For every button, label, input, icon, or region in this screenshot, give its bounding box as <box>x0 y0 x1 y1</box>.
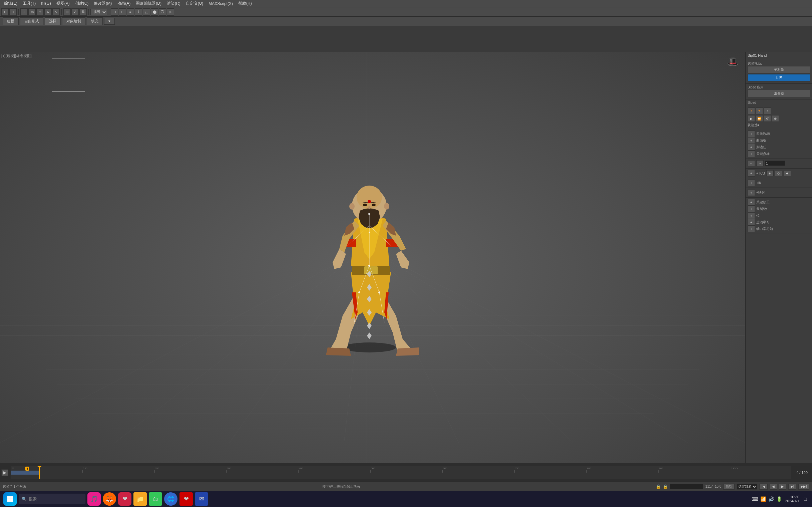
quad-expand-btn[interactable]: + <box>748 130 755 137</box>
pos-expand-btn[interactable]: + <box>748 212 755 219</box>
tab-object-paint[interactable]: 对象绘制 <box>62 17 85 25</box>
schematic-btn[interactable]: ⬚ <box>143 8 150 16</box>
tcb-mode1[interactable]: ◈ <box>766 170 774 176</box>
undo-btn[interactable]: ↩ <box>1 8 9 16</box>
tab-freeform[interactable]: 自由形式 <box>20 17 43 25</box>
taskbar-app-fox2[interactable]: 🌐 <box>164 492 178 506</box>
biped-jump-btn[interactable]: ↑ <box>764 108 771 114</box>
biped-mode2-btn[interactable]: ⏩ <box>756 115 763 122</box>
dynamics-expand-btn[interactable]: + <box>748 226 755 232</box>
systray-network[interactable]: 📶 <box>760 496 766 502</box>
motion-expand-btn[interactable]: + <box>748 219 755 226</box>
keyframe-expand-btn[interactable]: + <box>748 151 755 157</box>
menu-help[interactable]: 帮助(H) <box>236 0 255 7</box>
clock-date: 2024/1/1 <box>785 499 799 503</box>
select-region-btn[interactable]: ▭ <box>28 8 36 16</box>
auto-key-btn[interactable]: 自动 <box>723 484 735 490</box>
taskbar-app-store[interactable]: 🗂 <box>149 492 162 506</box>
timeline-track[interactable]: 0 10 20 30 40 50 60 70 80 90 100 <box>11 466 791 479</box>
ik-expand-btn[interactable]: + <box>748 180 755 186</box>
menu-group[interactable]: 组(G) <box>38 0 53 7</box>
menu-render[interactable]: 渲染(R) <box>164 0 183 7</box>
biped-label-section: Biped <box>746 100 812 106</box>
apply-btn[interactable]: 世界 <box>748 74 810 81</box>
close-expand-btn[interactable]: + <box>748 199 755 206</box>
menu-maxscript[interactable]: MAXScript(X) <box>206 1 236 7</box>
rotate-btn[interactable]: ↻ <box>44 8 52 16</box>
biped-walk-btn[interactable]: 🚶 <box>748 108 755 114</box>
biped-mode1-btn[interactable]: ▶ <box>748 115 755 122</box>
material-editor-btn[interactable]: ⬤ <box>151 8 158 16</box>
select-filter-dropdown[interactable]: 选定对象 <box>737 484 757 490</box>
tcb-mode2[interactable]: ◇ <box>775 170 782 176</box>
next-key-btn[interactable]: ▶| <box>788 484 797 490</box>
svg-point-43 <box>369 232 370 233</box>
menu-tools[interactable]: 工具(T) <box>20 0 38 7</box>
layer-btn[interactable]: ≡ <box>127 8 134 16</box>
show-desktop-btn[interactable]: □ <box>802 496 809 502</box>
taskbar-search-box[interactable]: 🔍 搜索 <box>19 494 85 504</box>
menu-graph-editor[interactable]: 图形编辑器(D) <box>133 0 164 7</box>
redo-btn[interactable]: ↪ <box>9 8 17 16</box>
systray-battery[interactable]: 🔋 <box>775 496 782 502</box>
coords-input[interactable] <box>670 484 703 489</box>
render-setup-btn[interactable]: 🖵 <box>159 8 166 16</box>
snap-toggle-btn[interactable]: ⊞ <box>63 8 71 16</box>
scale-btn[interactable]: ⤡ <box>52 8 60 16</box>
frame-step-input[interactable] <box>765 161 785 166</box>
start-button[interactable] <box>3 492 17 506</box>
mapping-expand-btn[interactable]: + <box>748 189 755 196</box>
curve-editor-btn[interactable]: ⌇ <box>135 8 142 16</box>
biped-run-btn[interactable]: 🏃 <box>756 108 763 114</box>
biped-mode3-btn[interactable]: ↺ <box>764 115 771 122</box>
tcb-mode3[interactable]: ◆ <box>784 170 791 176</box>
menu-edit[interactable]: 编辑(E) <box>1 0 20 7</box>
taskbar-app-music[interactable]: 🎵 <box>87 492 101 506</box>
frame-input-btn[interactable]: |◀ <box>759 484 768 490</box>
reference-coord-dropdown[interactable]: 视图 <box>90 9 107 15</box>
mixer-btn[interactable]: 混合器 <box>748 90 810 97</box>
svg-point-39 <box>368 213 370 215</box>
taskbar-app-mail[interactable]: ✉ <box>195 492 208 506</box>
child-object-btn[interactable]: 子对象 <box>748 66 810 73</box>
menu-customize[interactable]: 自定义(U) <box>183 0 206 7</box>
tab-fill[interactable]: 填充 <box>87 17 103 25</box>
angle-snap-btn[interactable]: ∠ <box>71 8 79 16</box>
mirror-btn[interactable]: ⊣ <box>111 8 118 16</box>
render-btn[interactable]: ▷ <box>167 8 174 16</box>
percent-snap-btn[interactable]: % <box>79 8 87 16</box>
tab-modeling[interactable]: 建模 <box>3 17 19 25</box>
tab-extra[interactable]: ▾ <box>104 18 115 25</box>
menu-modifier[interactable]: 修改器(M) <box>91 0 114 7</box>
menu-create[interactable]: 创建(C) <box>72 0 91 7</box>
taskbar-app-browser[interactable]: 🦊 <box>103 492 116 506</box>
align-btn[interactable]: ⊢ <box>119 8 126 16</box>
curve-row: + 曲面板 <box>748 137 810 144</box>
select-btn[interactable]: ⊹ <box>20 8 28 16</box>
tcb-expand-btn[interactable]: + <box>748 170 755 177</box>
copy-expand-btn[interactable]: + <box>748 206 755 212</box>
tcb-row: + +TCB ◈ ◇ ◆ <box>748 170 810 177</box>
tab-selection[interactable]: 选择 <box>45 17 61 25</box>
taskbar-clock[interactable]: 10:30 2024/1/1 <box>785 495 799 503</box>
systray-sound[interactable]: 🔊 <box>768 496 774 502</box>
last-frame-btn[interactable]: ▶▶| <box>798 484 809 490</box>
menu-animation[interactable]: 动画(A) <box>114 0 133 7</box>
viewport[interactable]: [+][透视][标准视图] 🎩 X Y Z <box>0 52 745 492</box>
arrow-left-btn[interactable]: ← <box>748 160 755 166</box>
play-button[interactable]: ▶ <box>1 469 8 476</box>
taskbar-app-3[interactable]: ❤ <box>118 492 131 506</box>
systray-keyboard[interactable]: ⌨ <box>752 496 758 502</box>
biped-mode4-btn[interactable]: ⊕ <box>772 115 779 122</box>
biped-anim-expand-btn[interactable]: + <box>748 144 755 151</box>
curve-expand-btn[interactable]: + <box>748 137 755 144</box>
play-btn[interactable]: ▶ <box>779 484 786 490</box>
prev-key-btn[interactable]: ◀ <box>770 484 777 490</box>
taskbar-app-files[interactable]: 📁 <box>133 492 147 506</box>
svg-point-42 <box>378 291 380 293</box>
move-btn[interactable]: ✛ <box>37 8 44 16</box>
arrow-right-btn[interactable]: → <box>756 160 764 166</box>
menu-view[interactable]: 视图(V) <box>54 0 72 7</box>
motion-row: + 运动举习 <box>748 219 810 226</box>
taskbar-app-heart2[interactable]: ❤ <box>180 492 193 506</box>
